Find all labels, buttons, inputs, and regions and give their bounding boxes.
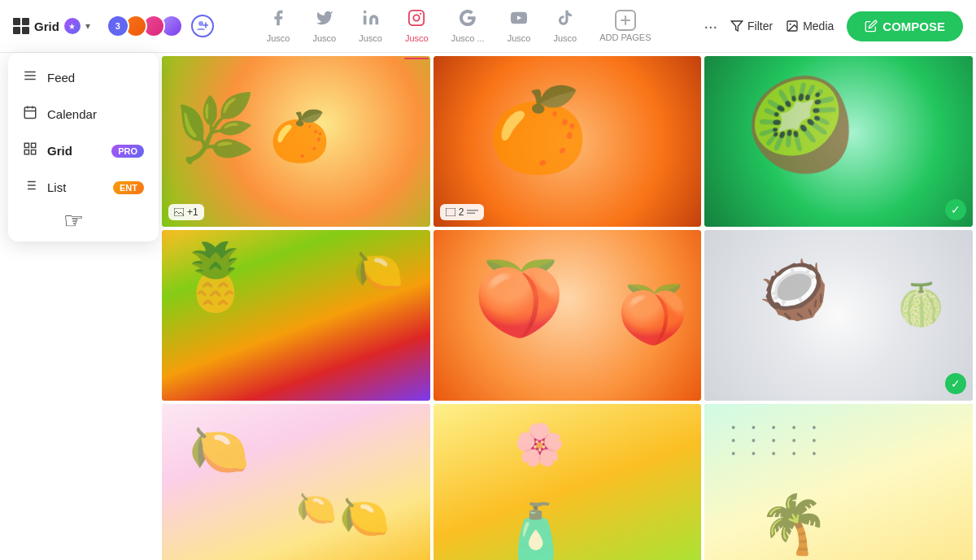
header-right: ··· Filter Media COMPOSE xyxy=(704,11,963,41)
star-badge: ★ xyxy=(64,18,81,34)
text-icon xyxy=(467,208,478,216)
feed-icon xyxy=(23,68,37,87)
tab-twitter[interactable]: Jusco xyxy=(301,2,347,50)
list-label: List xyxy=(47,180,66,194)
header: Grid ★ ▾ 3 Jusco Jusco xyxy=(0,0,976,53)
grid-label: Grid xyxy=(47,144,72,158)
image-icon-2 xyxy=(446,208,455,216)
svg-point-0 xyxy=(198,21,203,26)
add-pages-button[interactable]: ADD PAGES xyxy=(588,3,662,49)
instagram-icon xyxy=(407,9,425,32)
svg-point-3 xyxy=(414,15,420,20)
tab-google[interactable]: Jusco ... xyxy=(440,2,496,50)
svg-rect-2 xyxy=(409,11,424,25)
tab-google-label: Jusco ... xyxy=(451,33,485,43)
add-person-button[interactable] xyxy=(191,15,214,37)
dropdown-item-feed[interactable]: Feed xyxy=(8,59,159,96)
facebook-icon xyxy=(269,9,287,32)
grid-cell-r3c1[interactable]: 🍋 🍋 🍋 xyxy=(162,404,430,560)
svg-rect-12 xyxy=(24,107,36,119)
grid-cell-r2c1[interactable]: 🍍 🍋 xyxy=(162,230,430,401)
header-left: Grid ★ ▾ 3 xyxy=(13,15,214,37)
status-check-r2c3: ✓ xyxy=(945,373,966,394)
grid-cell-r2c3[interactable]: 🥥 🍈 ✓ xyxy=(704,230,973,401)
tab-instagram-label: Jusco xyxy=(405,33,429,43)
add-pages-label: ADD PAGES xyxy=(599,33,651,42)
svg-rect-17 xyxy=(32,143,36,147)
avatar-count: 3 xyxy=(107,15,129,37)
status-check-r1c3: ✓ xyxy=(945,199,966,220)
grid-cell-r1c1[interactable]: 🌿 🍊 +1 xyxy=(162,56,430,227)
grid-app-icon xyxy=(13,18,29,34)
media-button[interactable]: Media xyxy=(786,20,834,33)
svg-marker-6 xyxy=(731,21,742,31)
app-name: Grid xyxy=(34,20,59,33)
svg-point-8 xyxy=(790,24,791,25)
svg-rect-18 xyxy=(24,150,28,154)
svg-point-1 xyxy=(363,11,366,14)
compose-label: COMPOSE xyxy=(882,20,945,33)
dropdown-item-calendar[interactable]: Calendar xyxy=(8,96,159,132)
svg-point-4 xyxy=(420,13,421,15)
youtube-icon xyxy=(510,9,528,32)
tab-facebook[interactable]: Jusco xyxy=(255,2,302,50)
tab-linkedin[interactable]: Jusco xyxy=(347,2,394,50)
view-dropdown: Feed Calendar Grid PRO List ENT ☞ xyxy=(8,53,159,241)
svg-rect-19 xyxy=(32,150,36,154)
grid-cell-r3c2[interactable]: 🌸 🧴 xyxy=(434,404,702,560)
cursor-hand-icon: ☞ xyxy=(63,207,84,234)
svg-rect-27 xyxy=(446,208,455,216)
tiktok-icon xyxy=(556,9,574,32)
app-logo[interactable]: Grid ★ ▾ xyxy=(13,18,90,34)
tab-facebook-label: Jusco xyxy=(267,33,290,43)
filter-icon xyxy=(730,20,743,33)
tab-instagram[interactable]: Jusco xyxy=(394,2,440,50)
compose-button[interactable]: COMPOSE xyxy=(847,11,963,41)
pro-badge: PRO xyxy=(111,145,144,158)
cell-badge-r1c2: 2 xyxy=(440,204,485,220)
dropdown-item-grid[interactable]: Grid PRO xyxy=(8,132,159,169)
linkedin-icon xyxy=(362,9,380,32)
more-button[interactable]: ··· xyxy=(704,17,717,36)
svg-rect-28 xyxy=(467,210,478,211)
media-icon xyxy=(786,20,799,33)
calendar-icon xyxy=(23,105,37,124)
feed-label: Feed xyxy=(47,71,75,85)
media-label: Media xyxy=(803,20,834,33)
compose-icon xyxy=(865,20,878,33)
grid-view-icon xyxy=(23,141,37,160)
tab-twitter-label: Jusco xyxy=(312,33,336,43)
grid-cell-r3c3[interactable]: 🌴 • • • • •• • • • •• • • • • xyxy=(704,404,973,560)
dropdown-item-list[interactable]: List ENT xyxy=(8,169,159,206)
filter-button[interactable]: Filter xyxy=(730,20,773,33)
filter-label: Filter xyxy=(747,20,773,33)
calendar-label: Calendar xyxy=(47,107,97,121)
svg-rect-16 xyxy=(24,143,28,147)
tab-linkedin-label: Jusco xyxy=(359,33,382,43)
tab-tiktok-label: Jusco xyxy=(553,33,577,43)
platform-nav: Jusco Jusco Jusco Jusco xyxy=(214,2,704,50)
list-icon xyxy=(23,178,37,197)
image-grid: 🌿 🍊 +1 🍊 2 🥝 xyxy=(159,53,976,560)
grid-cell-r1c3[interactable]: 🥝 ✓ xyxy=(704,56,973,227)
chevron-down-icon[interactable]: ▾ xyxy=(85,20,90,32)
main-content: Feed Calendar Grid PRO List ENT ☞ xyxy=(0,53,976,560)
svg-rect-29 xyxy=(467,213,475,215)
google-icon xyxy=(459,9,477,32)
grid-cell-r1c2[interactable]: 🍊 2 xyxy=(434,56,702,227)
twitter-icon xyxy=(316,9,333,32)
cell-badge-r1c1: +1 xyxy=(168,204,204,220)
grid-cell-r2c2[interactable]: 🍑 🍑 xyxy=(434,230,702,401)
ent-badge: ENT xyxy=(113,181,144,194)
tab-youtube-label: Jusco xyxy=(508,33,531,43)
tab-youtube[interactable]: Jusco xyxy=(496,2,542,50)
tab-tiktok[interactable]: Jusco xyxy=(542,2,588,50)
add-pages-icon xyxy=(615,10,636,31)
image-icon xyxy=(174,208,184,216)
avatar-group: 3 xyxy=(107,15,178,37)
